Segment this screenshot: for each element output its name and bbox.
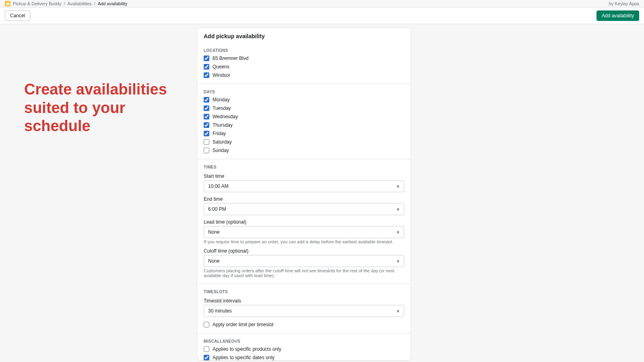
location-label: Windsor [213, 72, 230, 78]
specific-products-checkbox[interactable] [204, 346, 209, 352]
misc-label: MISCALLANEOUS [204, 339, 404, 343]
day-row: Tuesday [204, 105, 404, 111]
location-checkbox[interactable] [204, 64, 209, 70]
topbar: Pickup & Delivery Buddy / Availabilities… [0, 0, 644, 7]
day-checkbox[interactable] [204, 139, 209, 145]
order-limit-checkbox[interactable] [204, 322, 209, 327]
interval-select[interactable]: 30 minutes [204, 305, 404, 317]
timeslots-section: TIMESLOTS Timeslot intervals 30 minutes … [197, 284, 411, 333]
lead-time-help: If you require time to prepare an order,… [204, 239, 404, 244]
day-label: Wednesday [213, 114, 238, 119]
chevron-updown-icon [397, 206, 401, 212]
breadcrumb-app[interactable]: Pickup & Delivery Buddy [13, 1, 61, 6]
breadcrumb-current: Add availability [98, 1, 127, 6]
day-checkbox[interactable] [204, 131, 209, 136]
app-icon [5, 1, 10, 6]
misc-section: MISCALLANEOUS Applies to specific produc… [197, 333, 411, 360]
marketing-blurb: Create availabilities suited to your sch… [0, 24, 197, 360]
day-row: Saturday [204, 139, 404, 145]
day-label: Tuesday [213, 105, 231, 111]
day-label: Thursday [213, 122, 233, 128]
card-title: Add pickup availability [197, 28, 411, 43]
specific-products-label: Applies to specific products only [213, 346, 281, 352]
specific-dates-label: Applies to specific dates only [213, 355, 275, 360]
day-row: Thursday [204, 122, 404, 128]
location-label: 65 Bremner Blvd [213, 56, 248, 61]
location-checkbox[interactable] [204, 72, 209, 78]
day-label: Friday [213, 131, 226, 136]
day-label: Monday [213, 97, 230, 103]
day-row: Monday [204, 97, 404, 103]
day-label: Saturday [213, 139, 232, 145]
days-section: DAYS MondayTuesdayWednesdayThursdayFrida… [197, 84, 411, 159]
svg-rect-0 [6, 2, 9, 3]
lead-time-label: Lead time (optional) [204, 219, 404, 225]
chevron-updown-icon [397, 308, 401, 314]
day-checkbox[interactable] [204, 105, 209, 111]
day-row: Sunday [204, 148, 404, 153]
cancel-button[interactable]: Cancel [5, 10, 30, 21]
locations-section: LOCATIONS 65 Bremner BlvdQueensWindsor [197, 43, 411, 84]
breadcrumb: Pickup & Delivery Buddy / Availabilities… [5, 1, 127, 6]
lead-time-select[interactable]: None [204, 226, 404, 238]
start-time-select[interactable]: 10:00 AM [204, 180, 404, 192]
byline: by Keylay Apps [609, 1, 639, 6]
day-checkbox[interactable] [204, 148, 209, 153]
specific-dates-checkbox[interactable] [204, 355, 209, 360]
actionbar: Cancel Add availability [0, 7, 644, 24]
location-checkbox[interactable] [204, 56, 209, 61]
blurb-heading: Create availabilities suited to your sch… [24, 80, 189, 136]
location-row: 65 Bremner Blvd [204, 56, 404, 61]
interval-label: Timeslot intervals [204, 298, 404, 304]
location-label: Queens [213, 64, 229, 70]
end-time-label: End time [204, 196, 404, 202]
chevron-updown-icon [397, 258, 401, 264]
locations-label: LOCATIONS [204, 48, 404, 53]
cutoff-time-label: Cutoff time (optional) [204, 248, 404, 254]
add-availability-button-top[interactable]: Add availability [597, 10, 639, 21]
location-row: Windsor [204, 72, 404, 78]
day-checkbox[interactable] [204, 114, 209, 119]
start-time-label: Start time [204, 173, 404, 179]
order-limit-label: Apply order limit per timeslot [213, 322, 273, 327]
times-section: TIMES Start time 10:00 AM End time 6:00 … [197, 159, 411, 284]
day-row: Wednesday [204, 114, 404, 119]
svg-rect-1 [6, 4, 9, 5]
days-label: DAYS [204, 90, 404, 94]
day-checkbox[interactable] [204, 122, 209, 128]
timeslots-label: TIMESLOTS [204, 290, 404, 294]
chevron-updown-icon [397, 183, 401, 189]
day-label: Sunday [213, 148, 229, 153]
form-card: Add pickup availability LOCATIONS 65 Bre… [197, 28, 411, 360]
breadcrumb-section[interactable]: Availabilities [68, 1, 92, 6]
chevron-updown-icon [397, 229, 401, 235]
cutoff-time-help: Customers placing orders after the cutof… [204, 268, 404, 278]
location-row: Queens [204, 64, 404, 70]
end-time-select[interactable]: 6:00 PM [204, 203, 404, 215]
day-checkbox[interactable] [204, 97, 209, 103]
times-label: TIMES [204, 165, 404, 169]
cutoff-time-select[interactable]: None [204, 255, 404, 267]
day-row: Friday [204, 131, 404, 136]
